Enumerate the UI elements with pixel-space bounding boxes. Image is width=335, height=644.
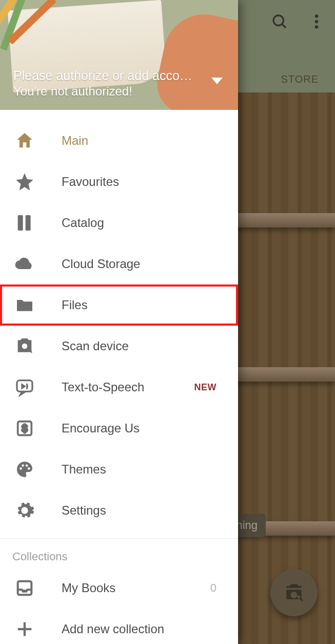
svg-point-9: [27, 348, 30, 351]
nav-label: Main: [62, 134, 226, 148]
nav-label: Cloud Storage: [62, 257, 226, 271]
svg-rect-7: [26, 215, 31, 231]
cloud-icon: [14, 254, 35, 274]
section-title-collections: Collections: [0, 539, 238, 567]
add-new-collection[interactable]: Add new collection: [0, 609, 238, 644]
gear-icon: [14, 500, 35, 521]
home-icon: [14, 130, 35, 151]
nav-label: Files: [62, 298, 226, 312]
collection-count: 0: [210, 581, 216, 595]
nav-settings[interactable]: Settings: [0, 490, 238, 531]
nav-label: Favourites: [62, 175, 226, 189]
nav-favourites[interactable]: Favourites: [0, 161, 238, 202]
inbox-icon: [14, 578, 35, 598]
chevron-down-icon[interactable]: [211, 78, 223, 84]
nav-encourage-us[interactable]: $ Encourage Us: [0, 408, 238, 449]
palette-icon: [14, 459, 35, 480]
add-collection-label: Add new collection: [62, 622, 226, 636]
nav-label: Settings: [62, 503, 226, 518]
tts-icon: [14, 377, 35, 397]
nav-label: Catalog: [62, 216, 226, 230]
svg-rect-6: [18, 215, 23, 231]
nav-label: Encourage Us: [62, 421, 226, 435]
folder-icon: [14, 295, 35, 315]
drawer-header[interactable]: Please authorize or add acco… You're not…: [0, 0, 238, 110]
nav-catalog[interactable]: Catalog: [0, 202, 238, 243]
nav-files[interactable]: Files: [0, 285, 238, 326]
account-prompt-line2: You're not authorized!: [13, 84, 202, 99]
svg-point-13: [19, 467, 22, 470]
nav-scan-device[interactable]: Scan device: [0, 326, 238, 367]
plus-icon: [14, 619, 35, 639]
nav-main[interactable]: Main: [0, 120, 238, 161]
star-icon: [14, 172, 35, 192]
nav-label: Scan device: [62, 339, 226, 353]
nav-text-to-speech[interactable]: Text-to-Speech NEW: [0, 367, 238, 408]
scan-icon: [14, 336, 35, 356]
nav-label: Text-to-Speech: [62, 380, 194, 394]
collection-my-books[interactable]: My Books 0: [0, 567, 238, 609]
nav-cloud-storage[interactable]: Cloud Storage: [0, 243, 238, 285]
catalog-icon: [14, 213, 35, 233]
svg-point-8: [22, 344, 28, 349]
svg-point-15: [26, 464, 28, 467]
donate-icon: $: [14, 418, 35, 439]
svg-point-16: [28, 467, 30, 470]
svg-rect-17: [18, 581, 32, 595]
navigation-drawer: Please authorize or add acco… You're not…: [0, 0, 238, 644]
svg-text:$: $: [22, 423, 27, 434]
account-prompt-line1: Please authorize or add acco…: [13, 68, 202, 83]
svg-point-14: [22, 464, 24, 467]
collection-label: My Books: [62, 581, 210, 595]
nav-label: Themes: [62, 462, 226, 477]
nav-themes[interactable]: Themes: [0, 449, 238, 490]
new-badge: NEW: [194, 382, 217, 393]
